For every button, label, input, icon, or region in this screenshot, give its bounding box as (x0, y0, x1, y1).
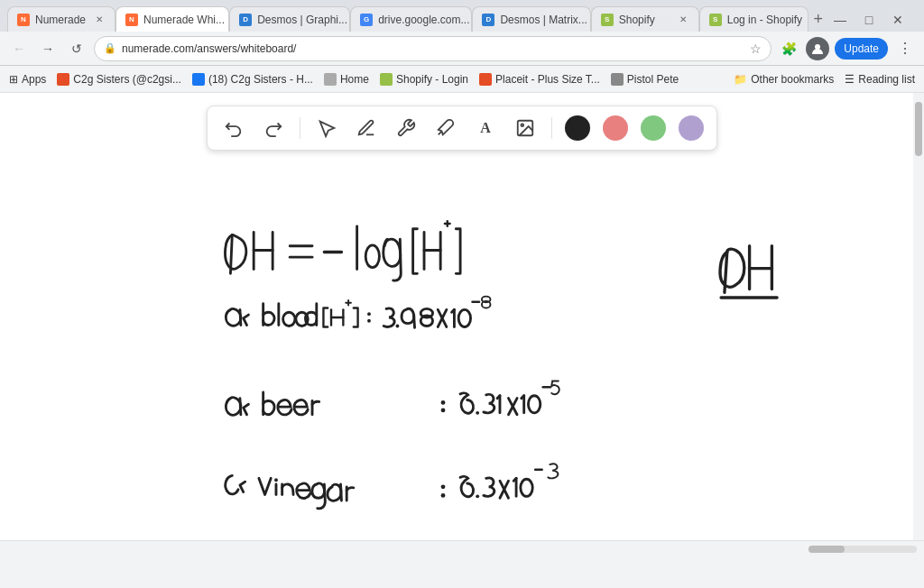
tab-favicon-shopify2: S (709, 14, 722, 26)
bookmark-other[interactable]: 📁 Other bookmarks (734, 73, 834, 86)
bookmark-apps[interactable]: ⊞ Apps (9, 73, 46, 86)
bookmark-home[interactable]: Home (324, 73, 369, 86)
select-tool[interactable] (313, 115, 340, 142)
tab-label-google: drive.google.com... (378, 14, 469, 26)
svg-point-7 (367, 312, 371, 316)
bookmark-c2g-label: C2g Sisters (@c2gsi... (73, 73, 181, 86)
tab-favicon-numerade2: N (125, 14, 138, 26)
tab-favicon-google: G (360, 14, 373, 26)
tools-button[interactable] (393, 115, 420, 142)
tab-close-numerade1[interactable]: ✕ (93, 14, 106, 26)
back-button[interactable]: ← (7, 37, 31, 60)
tab-numerade2[interactable]: N Numerade Whi... ✕ (116, 6, 229, 32)
tab-favicon-shopify1: S (601, 14, 614, 26)
bookmark-placeit-label: Placeit - Plus Size T... (495, 73, 600, 86)
tab-label-numerade2: Numerade Whi... (143, 14, 225, 26)
svg-line-1 (439, 132, 442, 135)
scrollbar-track (913, 93, 924, 540)
svg-point-12 (458, 309, 470, 326)
redo-button[interactable] (260, 115, 287, 142)
tab-google-drive[interactable]: G drive.google.com... ✕ (350, 6, 472, 32)
update-button[interactable]: Update (835, 38, 888, 60)
svg-point-17 (476, 411, 479, 415)
toolbar-divider-2 (551, 117, 552, 139)
refresh-button[interactable]: ↺ (65, 37, 88, 60)
svg-point-8 (367, 319, 371, 323)
bookmark-star-icon[interactable]: ☆ (750, 41, 762, 56)
color-lavender[interactable] (679, 115, 704, 141)
bookmark-placeit[interactable]: Placeit - Plus Size T... (479, 73, 600, 86)
tab-favicon-numerade1: N (17, 14, 30, 26)
tab-label-numerade1: Numerade (35, 14, 86, 26)
toolbar-divider-1 (300, 117, 300, 139)
pen-tool[interactable] (353, 115, 380, 142)
color-black[interactable] (565, 115, 590, 141)
bookmarks-bar: ⊞ Apps C2g Sisters (@c2gsi... (18) C2g S… (0, 66, 924, 93)
bookmarks-right: 📁 Other bookmarks ☰ Reading list (734, 73, 915, 86)
bookmark-shopify-label: Shopify - Login (396, 73, 468, 86)
url-bar[interactable]: 🔒 numerade.com/answers/whiteboard/ ☆ (94, 36, 772, 61)
tabs-bar: N Numerade ✕ N Numerade Whi... ✕ D Desmo… (0, 0, 924, 32)
color-pink[interactable] (603, 115, 628, 141)
content-area: A (0, 93, 924, 540)
svg-point-4 (365, 245, 379, 268)
menu-button[interactable]: ⋮ (893, 37, 917, 60)
text-tool[interactable]: A (472, 115, 499, 142)
bookmark-home-label: Home (340, 73, 369, 86)
profile-button[interactable] (806, 37, 829, 60)
bookmark-shopify-login[interactable]: Shopify - Login (380, 73, 468, 86)
status-bar (0, 540, 924, 556)
image-tool[interactable] (512, 115, 539, 142)
svg-point-15 (441, 400, 446, 405)
horizontal-scrollbar[interactable] (808, 546, 917, 553)
bookmark-pistol-label: Pistol Pete (627, 73, 679, 86)
whiteboard-svg (0, 93, 924, 540)
apps-icon: ⊞ (9, 73, 18, 86)
restore-button[interactable]: □ (857, 8, 881, 32)
new-tab-button[interactable]: + (808, 6, 828, 32)
svg-point-3 (521, 124, 523, 126)
tab-shopify1[interactable]: S Shopify ✕ (591, 6, 699, 32)
svg-point-21 (441, 493, 446, 498)
color-green[interactable] (641, 115, 666, 141)
tab-favicon-desmos1: D (239, 14, 252, 26)
tab-label-desmos2: Desmos | Matrix... (500, 14, 587, 26)
tab-numerade1[interactable]: N Numerade ✕ (7, 6, 116, 32)
whiteboard-canvas[interactable]: A (0, 93, 924, 540)
bookmark-pistol[interactable]: Pistol Pete (611, 73, 679, 86)
tab-favicon-desmos2: D (482, 14, 494, 26)
bookmark-apps-label: Apps (22, 73, 46, 86)
svg-point-20 (441, 484, 446, 489)
horizontal-scrollbar-thumb[interactable] (808, 546, 845, 553)
folder-icon: 📁 (734, 73, 747, 86)
tab-desmos1[interactable]: D Desmos | Graphi... ✕ (229, 6, 350, 32)
tab-close-shopify1[interactable]: ✕ (677, 14, 689, 26)
highlighter-tool[interactable] (432, 115, 459, 142)
tab-shopify2[interactable]: S Log in - Shopify ✕ (699, 6, 808, 32)
svg-point-22 (476, 494, 479, 498)
forward-button[interactable]: → (36, 37, 60, 60)
svg-point-9 (396, 325, 400, 328)
undo-button[interactable] (220, 115, 247, 142)
bookmark-c2g[interactable]: C2g Sisters (@c2gsi... (57, 73, 181, 86)
svg-point-5 (283, 312, 295, 326)
bookmark-c2gfb-label: (18) C2g Sisters - H... (208, 73, 313, 86)
tab-desmos2[interactable]: D Desmos | Matrix... ✕ (472, 6, 590, 32)
extensions-button[interactable]: 🧩 (777, 37, 800, 60)
close-window-button[interactable]: ✕ (886, 8, 910, 32)
tab-label-shopify1: Shopify (619, 14, 655, 26)
svg-point-16 (441, 409, 446, 413)
whiteboard-toolbar: A (207, 106, 717, 151)
bookmark-reading-label: Reading list (858, 73, 915, 86)
address-bar: ← → ↺ 🔒 numerade.com/answers/whiteboard/… (0, 32, 924, 66)
secure-icon: 🔒 (104, 42, 116, 54)
bookmark-c2gfb[interactable]: (18) C2g Sisters - H... (192, 73, 313, 86)
url-text: numerade.com/answers/whiteboard/ (122, 42, 744, 55)
minimize-button[interactable]: — (828, 8, 852, 32)
tab-label-shopify2: Log in - Shopify (727, 14, 802, 26)
bookmark-other-label: Other bookmarks (751, 73, 834, 86)
scrollbar-thumb[interactable] (915, 102, 922, 156)
bookmark-reading[interactable]: ☰ Reading list (845, 73, 915, 86)
svg-point-23 (521, 479, 532, 496)
svg-point-18 (528, 396, 540, 413)
